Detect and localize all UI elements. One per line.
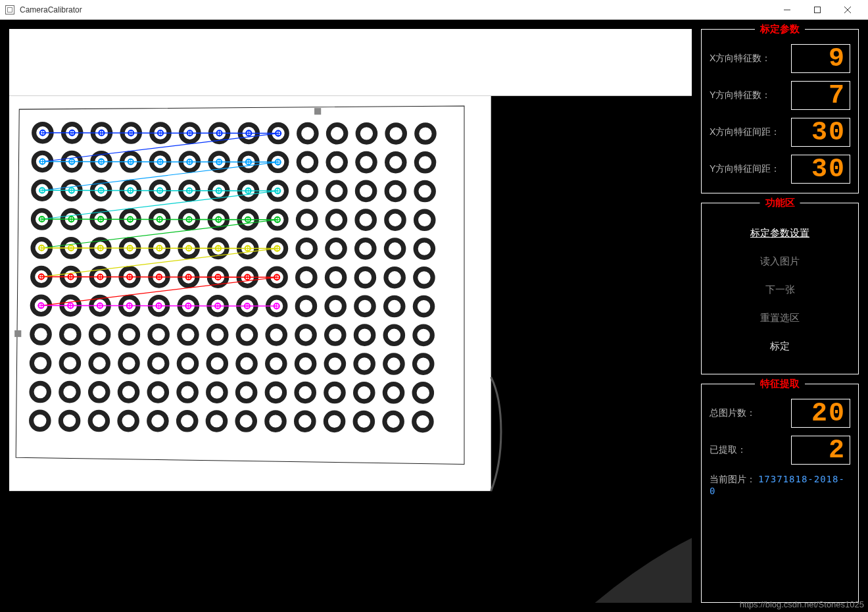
param-value-y-spacing[interactable]: 30 bbox=[791, 155, 850, 184]
panel-title-extract: 特征提取 bbox=[755, 378, 805, 390]
extract-value-total: 20 bbox=[791, 399, 850, 428]
param-value-x-spacing[interactable]: 30 bbox=[791, 118, 850, 147]
svg-rect-356 bbox=[314, 108, 321, 115]
param-row-y-spacing: Y方向特征间距： 30 bbox=[710, 155, 850, 184]
function-item[interactable]: 读入图片 bbox=[760, 255, 800, 268]
function-item[interactable]: 下一张 bbox=[765, 284, 795, 296]
extract-row-current: 当前图片： 17371818-2018-0 bbox=[710, 474, 850, 496]
extract-value-done: 2 bbox=[791, 436, 850, 465]
extract-row-total: 总图片数： 20 bbox=[710, 399, 850, 428]
param-label: 已提取： bbox=[710, 444, 746, 456]
param-label: X方向特征间距： bbox=[710, 126, 780, 138]
param-label: Y方向特征数： bbox=[710, 89, 771, 101]
panel-title-calib: 标定参数 bbox=[755, 23, 805, 36]
image-viewport[interactable] bbox=[9, 29, 692, 603]
param-label: X方向特征数： bbox=[710, 53, 771, 64]
sidebar: 标定参数 X方向特征数： 9 Y方向特征数： 7 X方向特征间距： 30 Y方向… bbox=[701, 29, 859, 603]
param-label: Y方向特征间距： bbox=[710, 163, 780, 175]
function-list: 标定参数设置读入图片下一张重置选区标定 bbox=[710, 218, 850, 366]
svg-rect-1 bbox=[815, 7, 821, 13]
param-row-y-count: Y方向特征数： 7 bbox=[710, 81, 850, 110]
current-image-label: 当前图片： bbox=[710, 474, 756, 484]
param-row-x-spacing: X方向特征间距： 30 bbox=[710, 118, 850, 147]
window-title: CameraCalibrator bbox=[20, 5, 82, 14]
panel-functions: 功能区 标定参数设置读入图片下一张重置选区标定 bbox=[701, 203, 859, 374]
window-app-icon bbox=[5, 5, 14, 14]
param-row-x-count: X方向特征数： 9 bbox=[710, 44, 850, 73]
minimize-icon bbox=[784, 7, 790, 13]
window-close-button[interactable] bbox=[832, 0, 863, 20]
calibration-image bbox=[9, 29, 692, 603]
close-icon bbox=[844, 7, 851, 13]
panel-title-func: 功能区 bbox=[760, 197, 800, 209]
param-label: 总图片数： bbox=[710, 407, 756, 419]
function-item[interactable]: 标定 bbox=[770, 340, 790, 353]
panel-calibration-params: 标定参数 X方向特征数： 9 Y方向特征数： 7 X方向特征间距： 30 Y方向… bbox=[701, 29, 859, 193]
extract-row-done: 已提取： 2 bbox=[710, 436, 850, 465]
window-minimize-button[interactable] bbox=[772, 0, 802, 20]
app-frame: 标定参数 X方向特征数： 9 Y方向特征数： 7 X方向特征间距： 30 Y方向… bbox=[0, 20, 868, 612]
param-value-x-count[interactable]: 9 bbox=[791, 44, 850, 73]
window-buttons bbox=[772, 0, 863, 20]
panel-feature-extract: 特征提取 总图片数： 20 已提取： 2 当前图片： 17371818-2018… bbox=[701, 384, 859, 603]
main-layout: 标定参数 X方向特征数： 9 Y方向特征数： 7 X方向特征间距： 30 Y方向… bbox=[9, 29, 859, 603]
function-item[interactable]: 重置选区 bbox=[760, 312, 800, 324]
svg-rect-357 bbox=[14, 330, 21, 337]
window-titlebar: CameraCalibrator bbox=[0, 0, 868, 20]
svg-rect-4 bbox=[9, 29, 692, 96]
maximize-icon bbox=[814, 7, 821, 13]
window-maximize-button[interactable] bbox=[802, 0, 832, 20]
param-value-y-count[interactable]: 7 bbox=[791, 81, 850, 110]
function-item[interactable]: 标定参数设置 bbox=[750, 227, 809, 240]
